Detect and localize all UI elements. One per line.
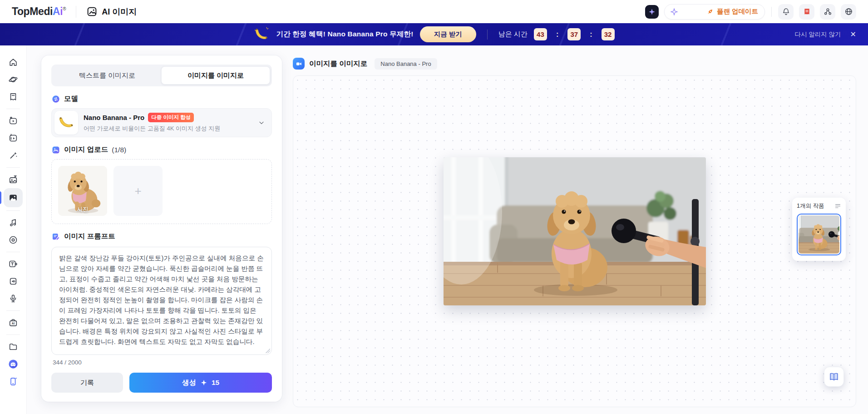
prompt-section-label: 이미지 프롬프트 bbox=[51, 232, 272, 241]
countdown-colon: : bbox=[556, 30, 558, 39]
sidebar-item-video-generate[interactable] bbox=[4, 112, 23, 130]
generate-button[interactable]: 생성 15 bbox=[129, 373, 272, 393]
magic-wand-icon bbox=[8, 150, 18, 160]
banner-close-icon[interactable]: ✕ bbox=[850, 31, 856, 38]
promo-banner: 기간 한정 혜택! Nano Banana Pro 무제한! 지금 받기 남은 … bbox=[0, 23, 868, 45]
add-image-button[interactable]: + bbox=[113, 166, 163, 216]
model-thumbnail bbox=[54, 111, 78, 135]
sidebar-item-music[interactable] bbox=[4, 214, 23, 231]
sidebar-item-magic-tools[interactable] bbox=[4, 147, 23, 164]
video-edit-icon bbox=[8, 133, 18, 143]
sidebar-item-ai-toolbox[interactable]: AI bbox=[4, 314, 23, 331]
countdown-hours: 43 bbox=[534, 28, 547, 40]
discord-icon bbox=[8, 359, 18, 369]
workspace: 텍스트를 이미지로 이미지를 이미지로 모델 Nano Banana - Pro… bbox=[27, 45, 868, 414]
uploaded-image-thumbnail[interactable]: 사진 bbox=[58, 166, 107, 216]
canvas-column: 이미지를 이미지로 Nano Banana - Pro 1개의 작품 bbox=[293, 55, 856, 414]
sidebar-item-docs[interactable] bbox=[4, 88, 23, 105]
image-arrow-icon bbox=[8, 175, 18, 185]
plan-update-link[interactable]: 플랜 업데이트 bbox=[706, 7, 758, 16]
model-label-text: 모델 bbox=[64, 94, 78, 104]
voice-speaker-icon bbox=[8, 276, 18, 286]
share-nodes-icon bbox=[824, 7, 832, 16]
video-plus-icon bbox=[8, 116, 18, 126]
top-bar: TopMediAi® AI 이미지 플랜 업데이트 bbox=[0, 0, 868, 23]
divider bbox=[771, 7, 772, 17]
receipt-icon bbox=[803, 7, 811, 16]
brand-accent: Ai bbox=[53, 5, 63, 18]
upload-section-label: 이미지 업로드 (1/8) bbox=[51, 145, 272, 155]
prompt-container: 밝은 갈색 장난감 푸들 강아지(토토)가 주인공으로 실내에 처음으로 손님으… bbox=[51, 247, 272, 355]
canvas-header: 이미지를 이미지로 Nano Banana - Pro bbox=[293, 58, 856, 70]
sidebar-item-video-edit[interactable] bbox=[4, 130, 23, 147]
model-description: 어떤 가로세로 비율이든 고품질 4K 이미지 생성 지원 bbox=[84, 125, 220, 133]
sidebar-item-image-upscale[interactable] bbox=[4, 171, 23, 188]
app-entry-ai-image[interactable]: AI 이미지 bbox=[86, 6, 137, 17]
photo-tag: 사진 bbox=[58, 205, 107, 214]
sidebar-divider bbox=[6, 109, 20, 109]
credits-plan-pill[interactable]: 플랜 업데이트 bbox=[664, 4, 765, 20]
dog-interview-image bbox=[444, 157, 706, 305]
generation-canvas[interactable]: 1개의 작품 bbox=[293, 75, 856, 407]
char-counter: 344 / 2000 bbox=[53, 359, 272, 366]
sidebar-divider bbox=[6, 310, 20, 311]
chevron-down-icon bbox=[258, 119, 265, 126]
app-label: AI 이미지 bbox=[102, 6, 137, 17]
upload-count: (1/8) bbox=[112, 146, 126, 154]
notifications-button[interactable] bbox=[778, 4, 794, 20]
model-name: Nano Banana - Pro bbox=[84, 114, 144, 121]
divider bbox=[487, 30, 488, 40]
banana-model-icon bbox=[57, 113, 76, 133]
countdown-minutes: 37 bbox=[567, 28, 581, 40]
resize-handle[interactable] bbox=[265, 348, 270, 353]
ai-briefcase-icon: AI bbox=[8, 318, 18, 328]
sidebar-item-recorder[interactable] bbox=[4, 290, 23, 307]
countdown-seconds: 32 bbox=[602, 28, 615, 40]
works-list-icon[interactable] bbox=[834, 203, 841, 209]
ai-assistant-button[interactable] bbox=[645, 5, 659, 19]
sidebar-item-ai-image[interactable] bbox=[4, 188, 23, 207]
language-button[interactable] bbox=[841, 4, 856, 20]
claim-now-button[interactable]: 지금 받기 bbox=[420, 26, 476, 42]
upload-dropzone[interactable]: 사진 + bbox=[51, 159, 272, 224]
canvas-model-chip: Nano Banana - Pro bbox=[375, 58, 437, 70]
canvas-title: 이미지를 이미지로 bbox=[309, 59, 367, 69]
book-icon bbox=[829, 371, 839, 382]
sidebar-item-home[interactable] bbox=[4, 54, 23, 71]
sidebar-item-discord[interactable] bbox=[4, 355, 23, 373]
works-panel: 1개의 작품 bbox=[792, 198, 846, 261]
banana-icon bbox=[253, 26, 270, 43]
work-thumbnail-selected[interactable] bbox=[797, 214, 841, 255]
svg-text:AI: AI bbox=[12, 322, 15, 325]
history-button[interactable]: 기록 bbox=[51, 373, 123, 393]
works-count-title: 1개의 작품 bbox=[797, 202, 824, 210]
rocket-icon bbox=[706, 8, 714, 15]
sidebar-item-explore[interactable] bbox=[4, 71, 23, 88]
brand-logo[interactable]: TopMediAi® bbox=[12, 5, 66, 18]
model-selector[interactable]: Nano Banana - Pro 다중 이미지 합성 어떤 가로세로 비율이든… bbox=[51, 108, 272, 137]
affiliate-button[interactable] bbox=[820, 4, 835, 20]
brand-name: TopMedi bbox=[12, 5, 53, 18]
sidebar-item-files[interactable] bbox=[4, 338, 23, 355]
sidebar-item-voice-changer[interactable] bbox=[4, 273, 23, 290]
generate-cost: 15 bbox=[212, 379, 219, 387]
bell-icon bbox=[782, 7, 790, 16]
tab-image-to-image[interactable]: 이미지를 이미지로 bbox=[161, 66, 270, 85]
generated-image[interactable] bbox=[444, 157, 706, 305]
prompt-input[interactable]: 밝은 갈색 장난감 푸들 강아지(토토)가 주인공으로 실내에 처음으로 손님으… bbox=[52, 247, 271, 354]
tab-text-to-image[interactable]: 텍스트를 이미지로 bbox=[53, 66, 161, 85]
planet-icon bbox=[8, 75, 18, 85]
globe-icon bbox=[844, 7, 853, 16]
home-icon bbox=[8, 57, 18, 67]
divider bbox=[76, 6, 76, 18]
guide-button[interactable] bbox=[824, 367, 844, 387]
document-icon bbox=[8, 92, 18, 102]
credits-sparkle-icon bbox=[670, 8, 678, 16]
coupon-button[interactable] bbox=[799, 4, 814, 20]
sidebar-item-text-to-speech[interactable] bbox=[4, 255, 23, 273]
sidebar-item-mobile-app[interactable] bbox=[4, 373, 23, 390]
dont-remind-link[interactable]: 다시 알리지 않기 bbox=[795, 30, 841, 39]
phone-sparkle-icon bbox=[8, 376, 18, 386]
upload-label-text: 이미지 업로드 bbox=[64, 145, 108, 155]
sidebar-item-vinyl[interactable] bbox=[4, 231, 23, 249]
